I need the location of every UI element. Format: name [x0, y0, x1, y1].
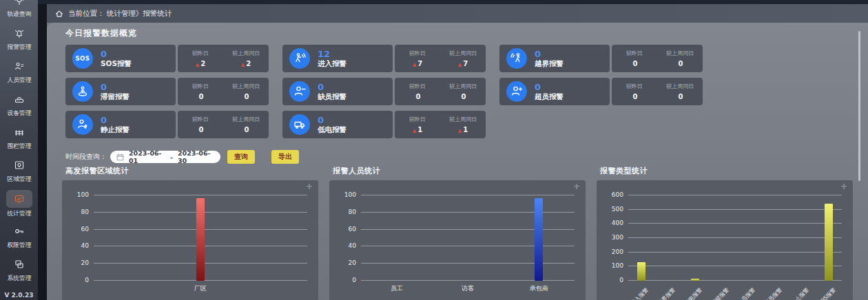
calendar-icon [116, 153, 124, 161]
y-tick-label: 40 [349, 242, 356, 249]
sidebar-item-label: 围栏管理 [7, 142, 31, 151]
charts-row: 高发报警区域统计 + 020406080100厂区 报警人员统计 + 02040… [62, 166, 853, 300]
breadcrumb: 当前位置： 统计管理》报警统计 [68, 9, 172, 19]
scrollbar-thumb[interactable] [858, 31, 860, 181]
permission-icon [9, 223, 30, 239]
x-axis-label: 厂区 [194, 284, 207, 293]
card-low-battery-alarm: 0低电报警 较昨日▲1 较上周同日▲1 [282, 111, 486, 138]
y-tick-label: 0 [619, 277, 623, 283]
x-axis-label: 静止报警 [789, 286, 810, 300]
sidebar-item-system[interactable]: 系统管理 [0, 255, 38, 288]
y-tick-label: 100 [77, 191, 89, 198]
sidebar-divider [38, 0, 47, 300]
sidebar-item-label: 设备管理 [7, 109, 31, 118]
y-tick-label: 600 [612, 191, 623, 198]
x-axis-label: 滞留报警 [710, 286, 730, 300]
date-separator: - [170, 153, 173, 161]
expand-icon[interactable]: + [840, 182, 847, 191]
card-value: 0 [318, 83, 347, 93]
plot-area: 020406080100厂区 [94, 195, 307, 281]
card-boundary-alarm: 0越界报警 较昨日0 较上周同日0 [499, 45, 703, 72]
delta-day: ▲2 [196, 60, 205, 67]
sidebar-item-label: 区域管理 [7, 175, 31, 184]
chart-title: 报警类型统计 [600, 166, 853, 176]
y-tick-label: 40 [81, 242, 89, 249]
stay-alarm-icon [72, 81, 93, 102]
sidebar-item-alarm[interactable]: 报警管理 [0, 23, 38, 56]
overview-cards: SOS 0SOS报警 较昨日▲2 较上周同日▲2 12进入报警 较昨日▲7 较上… [65, 45, 727, 144]
home-icon[interactable] [55, 10, 63, 18]
y-tick-label: 0 [352, 277, 356, 283]
gridline: 300 [628, 237, 842, 238]
time-range-query: 时间段查询： 2023-06-01 - 2023-06-30 查询 导出 [65, 150, 299, 164]
delta-week: 0 [677, 93, 683, 100]
y-tick-label: 0 [85, 277, 89, 283]
overview-title: 今日报警数据概览 [65, 28, 137, 39]
chart-title: 高发报警区域统计 [65, 166, 318, 176]
chart-alarm-personnel: 报警人员统计 + 020406080100员工访客承包商 [329, 166, 586, 300]
plot-area: 020406080100员工访客承包商 [361, 195, 575, 281]
card-value: 0 [101, 50, 132, 60]
card-label: 越界报警 [535, 59, 564, 67]
query-label: 时间段查询： [65, 152, 107, 162]
y-tick-label: 20 [349, 259, 356, 266]
sidebar-item-permission[interactable]: 权限管理 [0, 222, 38, 255]
top-navy-bar [38, 0, 868, 4]
main-content: 今日报警数据概览 SOS 0SOS报警 较昨日▲2 较上周同日▲2 12进入报警… [47, 23, 868, 300]
export-button[interactable]: 导出 [271, 150, 299, 164]
card-label: 低电报警 [318, 125, 347, 133]
sos-icon: SOS [72, 48, 93, 69]
sidebar-item-statistics[interactable]: 统计管理 [0, 189, 38, 222]
sidebar: 轨迹查询 报警管理 人员管理 设备管理 围栏管理 [0, 0, 38, 300]
gridline: 100 [94, 195, 307, 195]
y-tick-label: 60 [81, 226, 89, 233]
sidebar-item-personnel[interactable]: 人员管理 [0, 56, 38, 89]
card-label: 超员报警 [535, 92, 564, 100]
card-value: 0 [535, 50, 564, 60]
absent-alarm-icon [289, 81, 310, 102]
still-alarm-icon [72, 114, 93, 135]
card-label: SOS报警 [101, 59, 132, 67]
enter-alarm-icon [289, 48, 310, 69]
statistics-icon [6, 190, 32, 208]
delta-day: 0 [632, 93, 638, 100]
sidebar-item-label: 权限管理 [7, 242, 31, 250]
sidebar-item-trajectory[interactable]: 轨迹查询 [0, 0, 38, 23]
gridline: 500 [628, 209, 842, 210]
card-over-capacity-alarm: 0超员报警 较昨日0 较上周同日0 [499, 78, 703, 105]
y-tick-label: 500 [612, 206, 623, 213]
delta-week: ▲7 [458, 60, 468, 67]
up-triangle-icon: ▲ [458, 62, 462, 67]
search-button[interactable]: 查询 [227, 150, 255, 164]
x-axis-label: 访客 [462, 284, 474, 293]
chart-title: 报警人员统计 [333, 166, 586, 176]
delta-week: 0 [243, 126, 249, 133]
header-bar: 当前位置： 统计管理》报警统计 [47, 4, 868, 23]
y-tick-label: 200 [612, 248, 623, 255]
bar-厂区 [196, 198, 205, 281]
up-triangle-icon: ▲ [196, 62, 199, 67]
gridline: 100 [361, 195, 575, 195]
gridline: 100 [628, 266, 842, 266]
trajectory-icon [9, 0, 30, 8]
card-enter-alarm: 12进入报警 较昨日▲7 较上周同日▲7 [282, 45, 486, 72]
sidebar-item-region[interactable]: 区域管理 [0, 156, 38, 189]
expand-icon[interactable]: + [306, 182, 313, 191]
gridline: 0 [628, 280, 842, 281]
gridline: 200 [628, 252, 842, 253]
card-value: 0 [101, 83, 130, 93]
delta-week: 0 [677, 60, 683, 67]
expand-icon[interactable]: + [573, 182, 580, 191]
delta-day: 0 [198, 126, 204, 133]
gridline: 600 [628, 195, 842, 195]
delta-day: 0 [632, 60, 638, 67]
sidebar-item-device[interactable]: 设备管理 [0, 89, 38, 122]
card-absent-alarm: 0缺员报警 较昨日0 较上周同日0 [282, 78, 486, 105]
card-value: 0 [318, 116, 347, 126]
y-tick-label: 300 [612, 234, 623, 241]
sidebar-item-label: 轨迹查询 [7, 10, 31, 19]
gridline: 400 [628, 223, 842, 224]
sidebar-item-fence[interactable]: 围栏管理 [0, 122, 38, 156]
date-range-input[interactable]: 2023-06-01 - 2023-06-30 [110, 151, 220, 163]
bar-承包商 [535, 198, 543, 281]
